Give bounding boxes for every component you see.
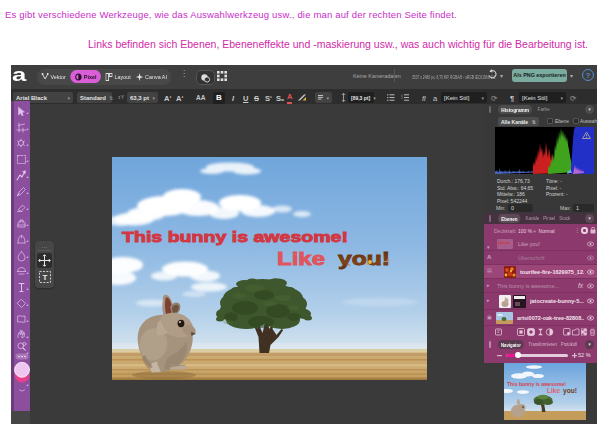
svg-text:you!: you! [563, 387, 577, 395]
svg-text:Like you: Like you [499, 241, 511, 245]
svg-text:T: T [42, 273, 47, 282]
svg-text:2: 2 [401, 96, 403, 100]
svg-text:This bunny is awesome!: This bunny is awesome! [122, 228, 348, 245]
svg-text:you!: you! [338, 248, 390, 269]
svg-text:Like: Like [547, 387, 560, 394]
svg-text:Like: Like [277, 248, 325, 269]
svg-text:!: ! [499, 244, 500, 248]
